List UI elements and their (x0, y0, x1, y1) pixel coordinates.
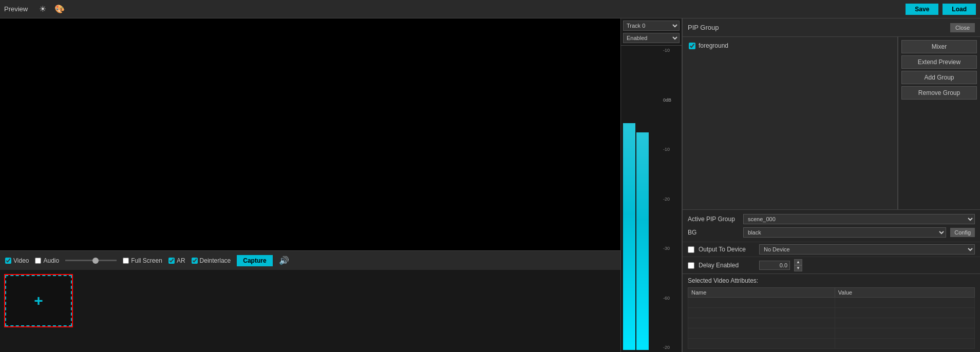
db-label-bottom: -20 (663, 345, 681, 350)
active-pip-row: Active PIP Group scene_000 (688, 214, 975, 224)
plus-icon: + (34, 292, 43, 309)
active-pip-label: Active PIP Group (688, 216, 739, 223)
attributes-section: Selected Video Attributes: Name Value (683, 273, 980, 352)
table-row (688, 298, 975, 308)
track-select[interactable]: Track 0 (623, 21, 680, 31)
brightness-icon[interactable]: ☀ (37, 3, 48, 15)
bg-row: BG black Config (688, 227, 975, 238)
pip-group-panel: PIP Group Close foreground Mixer Extend … (682, 18, 980, 352)
spin-up-button[interactable]: ▲ (794, 259, 802, 265)
enabled-select[interactable]: Enabled (623, 33, 680, 43)
attr-name-cell (688, 308, 835, 318)
spin-buttons: ▲ ▼ (794, 259, 802, 271)
video-preview (0, 18, 620, 250)
save-button[interactable]: Save (906, 4, 938, 15)
video-label: Video (13, 257, 29, 264)
attr-name-cell (688, 339, 835, 349)
attr-name-cell (688, 328, 835, 339)
audio-meter-area: -10 0dB -10 -20 -30 -60 -20 (621, 46, 682, 352)
delay-input[interactable] (759, 261, 790, 270)
table-row (688, 328, 975, 339)
ar-checkbox[interactable] (168, 258, 175, 264)
attr-title: Selected Video Attributes: (688, 277, 975, 284)
audio-label: Audio (43, 257, 59, 264)
db-label-minus30: -30 (663, 246, 681, 251)
color-icon[interactable]: 🎨 (52, 3, 67, 15)
bg-select[interactable]: black (743, 227, 946, 238)
pip-main-area: foreground Mixer Extend Preview Add Grou… (683, 37, 980, 209)
pip-tree-item: foreground (687, 41, 893, 50)
attributes-table: Name Value (688, 287, 975, 349)
volume-slider[interactable] (65, 260, 117, 261)
active-pip-select[interactable]: scene_000 (743, 214, 975, 224)
meter-bar-left (623, 123, 635, 350)
add-group-button[interactable]: Add Group (901, 71, 977, 84)
pip-group-title: PIP Group (688, 24, 946, 31)
db-label-minus60: -60 (663, 296, 681, 301)
output-checkbox[interactable] (688, 246, 694, 253)
foreground-checkbox[interactable] (689, 43, 695, 49)
foreground-label: foreground (699, 42, 728, 49)
audio-checkbox[interactable] (35, 258, 41, 264)
audio-panel: Track 0 Enabled -10 0dB -10 -20 -30 -60 … (620, 18, 682, 352)
extend-preview-button[interactable]: Extend Preview (901, 55, 977, 69)
spin-down-button[interactable]: ▼ (794, 265, 802, 271)
volume-slider-container (65, 260, 117, 261)
pip-header: PIP Group Close (683, 18, 980, 37)
fullscreen-label: Full Screen (131, 257, 162, 264)
output-label: Output To Device (699, 246, 755, 253)
table-row (688, 318, 975, 328)
top-bar: Preview ☀ 🎨 Save Load (0, 0, 980, 18)
attr-name-cell (688, 298, 835, 308)
left-panel: Video Audio Full Screen AR Deinterlace C (0, 18, 620, 352)
db-label-minus20: -20 (663, 197, 681, 202)
main-content: Video Audio Full Screen AR Deinterlace C (0, 18, 980, 352)
table-row (688, 339, 975, 349)
name-col-header: Name (688, 288, 835, 298)
attr-value-cell (835, 308, 974, 318)
audio-checkbox-label[interactable]: Audio (35, 257, 59, 264)
db-label-minus10: -10 (663, 147, 681, 152)
pip-settings: Active PIP Group scene_000 BG black Conf… (683, 209, 980, 242)
thumbnail-area: + (0, 270, 620, 352)
remove-group-button[interactable]: Remove Group (901, 86, 977, 100)
attr-value-cell (835, 328, 974, 339)
close-button[interactable]: Close (950, 23, 975, 32)
attr-name-cell (688, 318, 835, 328)
deinterlace-checkbox-label[interactable]: Deinterlace (192, 257, 231, 264)
ar-checkbox-label[interactable]: AR (168, 257, 185, 264)
load-button[interactable]: Load (943, 4, 976, 15)
video-checkbox-label[interactable]: Video (5, 257, 29, 264)
deinterlace-label: Deinterlace (200, 257, 231, 264)
fullscreen-checkbox-label[interactable]: Full Screen (123, 257, 162, 264)
output-row: Output To Device No Device (683, 242, 980, 257)
control-bar: Video Audio Full Screen AR Deinterlace C (0, 250, 620, 270)
delay-row: Delay Enabled ▲ ▼ (683, 257, 980, 273)
delay-label: Delay Enabled (699, 262, 755, 269)
pip-tree: foreground (683, 37, 898, 209)
pip-action-col: Mixer Extend Preview Add Group Remove Gr… (898, 37, 980, 209)
app-title: Preview (4, 5, 28, 13)
deinterlace-checkbox[interactable] (192, 258, 198, 264)
speaker-icon: 🔊 (279, 256, 289, 265)
db-label-0: 0dB (663, 97, 681, 103)
ar-label: AR (177, 257, 185, 264)
video-checkbox[interactable] (5, 258, 11, 264)
device-select[interactable]: No Device (759, 244, 975, 255)
capture-button[interactable]: Capture (237, 255, 272, 266)
db-label-top: -10 (663, 48, 681, 53)
fullscreen-checkbox[interactable] (123, 258, 129, 264)
attr-value-cell (835, 318, 974, 328)
table-row (688, 308, 975, 318)
meter-bar-right (636, 132, 649, 350)
pip-add-thumbnail[interactable]: + (5, 275, 72, 326)
attr-value-cell (835, 339, 974, 349)
attr-value-cell (835, 298, 974, 308)
track-select-area: Track 0 Enabled (621, 18, 682, 46)
bg-label: BG (688, 229, 739, 236)
mixer-button[interactable]: Mixer (901, 40, 977, 53)
delay-checkbox[interactable] (688, 262, 694, 269)
config-button[interactable]: Config (950, 228, 975, 237)
value-col-header: Value (835, 288, 974, 298)
